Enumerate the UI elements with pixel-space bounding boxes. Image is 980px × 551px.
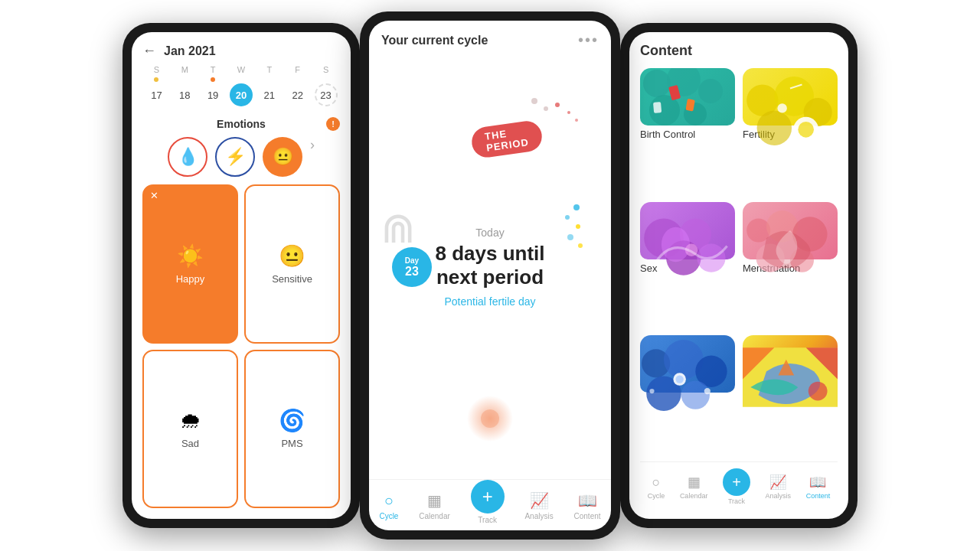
right-track-plus[interactable]: +: [723, 468, 750, 496]
menstruation-image: [743, 202, 838, 259]
back-arrow-icon[interactable]: ←: [142, 43, 156, 59]
birth-control-image: [640, 68, 735, 126]
right-bottom-nav: ○ Cycle ▦ Calendar + Track 📈 Analysis: [640, 461, 838, 508]
emotion-card-happy[interactable]: ✕ ☀️ Happy: [142, 184, 238, 344]
dots-menu[interactable]: •••: [578, 31, 599, 49]
emotion-card-pms[interactable]: 🌀 PMS: [244, 350, 340, 509]
close-happy-icon[interactable]: ✕: [150, 190, 158, 201]
period-dots-svg: [527, 93, 588, 132]
sensitive-label: Sensitive: [272, 273, 312, 285]
right-analysis-icon: 📈: [769, 474, 786, 491]
middle-phone: Your current cycle ••• THE PERIOD: [360, 11, 620, 540]
right-content-icon: 📖: [809, 474, 826, 491]
phones-container: ← Jan 2021 S M T W T F S: [0, 0, 980, 551]
right-cycle-icon: ○: [652, 474, 661, 491]
happy-label: Happy: [176, 273, 205, 285]
svg-point-12: [643, 70, 671, 97]
right-analysis-label: Analysis: [766, 492, 792, 500]
content-card-extra1[interactable]: [640, 335, 735, 419]
extra1-image: [640, 335, 735, 393]
fertility-image: [743, 68, 838, 126]
cal-cell-20-today[interactable]: 20: [227, 77, 256, 106]
svg-point-5: [573, 204, 580, 210]
pms-icon: 🌀: [279, 408, 305, 433]
birth-control-label: Birth Control: [640, 126, 735, 140]
cycle-title: Your current cycle: [381, 34, 488, 47]
svg-point-27: [777, 103, 786, 112]
content-card-extra2[interactable]: [743, 335, 838, 419]
emotions-row: Emotions !: [142, 117, 340, 131]
cal-cell-22[interactable]: 22: [283, 77, 312, 106]
cal-cell-19[interactable]: 19: [199, 77, 227, 106]
right-track-label: Track: [728, 497, 745, 505]
left-phone: ← Jan 2021 S M T W T F S: [122, 23, 360, 528]
calendar-nav-icon: ▦: [427, 491, 442, 510]
right-phone: Content: [620, 23, 858, 528]
right-phone-content: Content: [629, 32, 848, 519]
svg-point-7: [576, 224, 580, 229]
cal-cell-17[interactable]: 17: [142, 77, 171, 106]
content-card-sex[interactable]: Sex: [640, 202, 735, 286]
calendar-week: 17 18 19 20: [142, 77, 340, 106]
emotion-card-sad[interactable]: 🌧 Sad: [142, 350, 238, 509]
happy-icon: ☀️: [177, 243, 204, 269]
svg-point-2: [555, 103, 560, 107]
svg-point-3: [567, 111, 570, 114]
middle-top-bar: Your current cycle •••: [369, 21, 611, 55]
content-card-menstruation[interactable]: Menstruation: [743, 202, 838, 286]
info-badge[interactable]: !: [326, 117, 340, 131]
scatter-dots: [561, 204, 584, 253]
cal-cell-21[interactable]: 21: [255, 77, 283, 106]
svg-point-14: [698, 79, 723, 103]
analysis-nav-icon: 📈: [530, 491, 549, 510]
emotion-icon-lightning[interactable]: ⚡: [215, 137, 255, 177]
pms-label: PMS: [281, 438, 302, 449]
svg-point-9: [578, 243, 583, 248]
right-calendar-label: Calendar: [680, 492, 708, 500]
emotion-card-sensitive[interactable]: 😐 Sensitive: [244, 184, 340, 344]
svg-point-1: [544, 106, 548, 111]
next-arrow-icon[interactable]: ›: [310, 137, 315, 177]
svg-rect-19: [653, 102, 662, 113]
analysis-nav-label: Analysis: [524, 512, 553, 520]
content-card-fertility[interactable]: Fertility: [743, 68, 838, 152]
right-content-label: Content: [806, 492, 831, 500]
track-nav-label: Track: [478, 516, 497, 524]
track-plus-button[interactable]: +: [471, 480, 505, 514]
extra2-image: [743, 335, 838, 393]
nav-calendar[interactable]: ▦ Calendar: [419, 491, 450, 520]
calendar-days-header: S M T W T F S: [142, 65, 340, 74]
content-title: Content: [640, 43, 838, 59]
svg-point-6: [565, 215, 570, 220]
right-nav-content[interactable]: 📖 Content: [806, 474, 831, 500]
cycle-nav-label: Cycle: [379, 512, 398, 520]
emotions-title: Emotions: [208, 118, 274, 130]
nav-analysis[interactable]: 📈 Analysis: [524, 491, 553, 520]
emotion-grid: ✕ ☀️ Happy 😐 Sensitive 🌧 Sad: [142, 184, 340, 508]
content-card-birth-control[interactable]: Birth Control: [640, 68, 735, 152]
cal-cell-23[interactable]: 23: [312, 77, 340, 106]
sex-image: [640, 202, 735, 259]
svg-point-8: [567, 234, 573, 240]
right-nav-track[interactable]: + Track: [723, 468, 750, 505]
emotion-icon-drop[interactable]: 💧: [168, 137, 207, 177]
nav-track[interactable]: + Track: [471, 487, 505, 524]
right-nav-cycle[interactable]: ○ Cycle: [648, 474, 665, 500]
nav-cycle[interactable]: ○ Cycle: [379, 492, 398, 520]
cal-cell-18[interactable]: 18: [171, 77, 199, 106]
sunburst-decoration: [463, 392, 517, 448]
right-nav-analysis[interactable]: 📈 Analysis: [766, 474, 792, 500]
cycle-center: Today 8 days until next period Potential…: [435, 227, 544, 308]
days-until: 8 days until next period: [435, 242, 544, 289]
right-calendar-icon: ▦: [688, 474, 701, 491]
uterus-decoration: ⋒: [381, 204, 416, 253]
content-nav-icon: 📖: [578, 491, 597, 510]
emotion-icon-neutral[interactable]: 😐: [263, 137, 302, 177]
right-nav-calendar[interactable]: ▦ Calendar: [680, 474, 708, 500]
nav-content[interactable]: 📖 Content: [574, 491, 601, 520]
fertile-label: Potential fertile day: [435, 295, 544, 308]
bottom-nav: ○ Cycle ▦ Calendar + Track 📈 Analysis: [369, 479, 611, 530]
cycle-visual: THE PERIOD ⋒ Day: [369, 55, 611, 479]
middle-phone-content: Your current cycle ••• THE PERIOD: [369, 21, 611, 530]
day-number: 23: [405, 265, 419, 279]
